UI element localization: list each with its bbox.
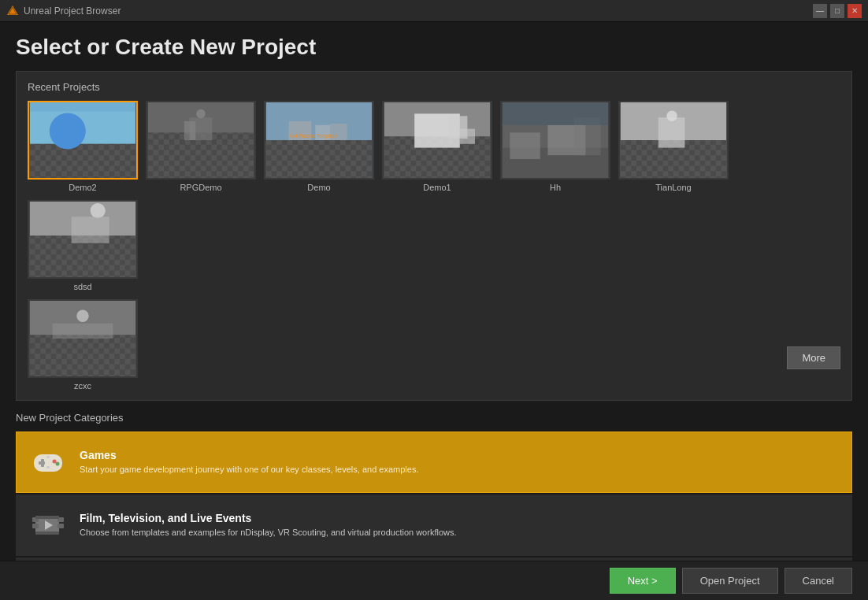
project-label-rpgdemo: RPGDemo [180,183,221,192]
category-text-games: Games Start your game development journe… [80,449,840,476]
svg-point-74 [56,462,60,466]
category-desc-film: Choose from templates and examples for n… [80,527,840,539]
svg-rect-4 [30,144,135,178]
project-item-demo2[interactable]: Demo2 [28,101,138,192]
svg-point-68 [76,310,88,322]
svg-rect-69 [53,324,113,339]
svg-point-9 [50,113,86,149]
svg-rect-25 [266,140,372,178]
project-item-sdsd[interactable]: sdsd [28,200,138,291]
project-item-demo1[interactable]: Demo1 [382,101,492,192]
svg-rect-18 [184,121,195,140]
categories-title: New Project Categories [16,412,852,424]
category-name-film: Film, Television, and Live Events [80,512,840,524]
svg-rect-79 [32,524,39,528]
category-desc-games: Start your game development journey with… [80,464,840,476]
categories-section: New Project Categories Games [16,412,852,561]
svg-point-53 [666,111,677,121]
svg-point-19 [196,109,206,119]
project-label-tianlong: TianLong [655,183,691,192]
main-content: Select or Create New Project Recent Proj… [0,22,868,561]
project-label-sdsd: sdsd [73,282,91,291]
open-project-button[interactable]: Open Project [682,568,778,594]
project-thumb-sdsd [28,200,138,279]
project-thumb-demo: 4x4 Puzzle Template [264,101,374,180]
category-item-film[interactable]: Film, Television, and Live Events Choose… [16,494,852,556]
svg-rect-61 [72,217,109,243]
project-label-zcxc: zcxc [74,381,91,391]
window-title: Unreal Project Browser [24,6,813,17]
cancel-button[interactable]: Cancel [785,568,852,594]
next-button[interactable]: Next > [610,568,676,594]
project-label-demo: Demo [307,183,330,192]
recent-projects-title: Recent Projects [28,81,840,93]
project-item-demo[interactable]: 4x4 Puzzle Template Demo [264,101,374,192]
project-thumb-tianlong [618,101,729,180]
svg-rect-72 [41,459,44,467]
project-item-hh[interactable]: Hh [500,101,610,192]
svg-rect-10 [30,102,135,112]
project-thumb-demo1 [382,101,492,180]
project-thumb-zcxc [28,299,138,378]
app-icon [6,5,19,17]
svg-rect-75 [46,456,50,458]
recent-projects-section: Recent Projects [16,71,852,401]
svg-text:4x4 Puzzle Template: 4x4 Puzzle Template [289,133,338,139]
category-item-games[interactable]: Games Start your game development journe… [16,431,852,493]
svg-rect-83 [35,531,59,535]
project-label-demo1: Demo1 [423,183,451,192]
more-button[interactable]: More [787,346,840,369]
titlebar: Unreal Project Browser — □ ✕ [0,0,868,22]
maximize-button[interactable]: □ [830,4,844,18]
categories-list: Games Start your game development journe… [16,431,852,561]
footer: Next > Open Project Cancel [0,561,868,600]
category-text-film: Film, Television, and Live Events Choose… [80,512,840,539]
film-icon [28,505,69,546]
project-label-demo2: Demo2 [69,183,96,192]
svg-rect-82 [35,516,59,519]
svg-rect-67 [30,335,135,376]
recent-projects-grid: Demo2 [28,101,840,291]
svg-rect-42 [510,132,540,159]
project-thumb-hh [500,101,610,180]
project-item-zcxc[interactable]: zcxc [28,299,138,391]
project-item-tianlong[interactable]: TianLong [618,101,729,192]
project-thumb-demo2 [28,101,138,180]
svg-point-73 [53,460,57,464]
minimize-button[interactable]: — [813,4,827,18]
page-title: Select or Create New Project [16,35,852,60]
project-item-rpgdemo[interactable]: RPGDemo [146,101,256,192]
project-thumb-rpgdemo [146,101,256,180]
svg-rect-52 [658,117,685,147]
category-name-games: Games [80,449,840,461]
svg-rect-76 [46,466,50,469]
project-label-hh: Hh [550,183,561,192]
window-controls: — □ ✕ [813,4,862,18]
svg-rect-38 [460,129,475,144]
gamepad-icon [28,442,69,483]
svg-rect-45 [503,102,608,125]
svg-rect-81 [57,524,64,528]
svg-point-60 [91,203,106,218]
close-button[interactable]: ✕ [848,4,862,18]
